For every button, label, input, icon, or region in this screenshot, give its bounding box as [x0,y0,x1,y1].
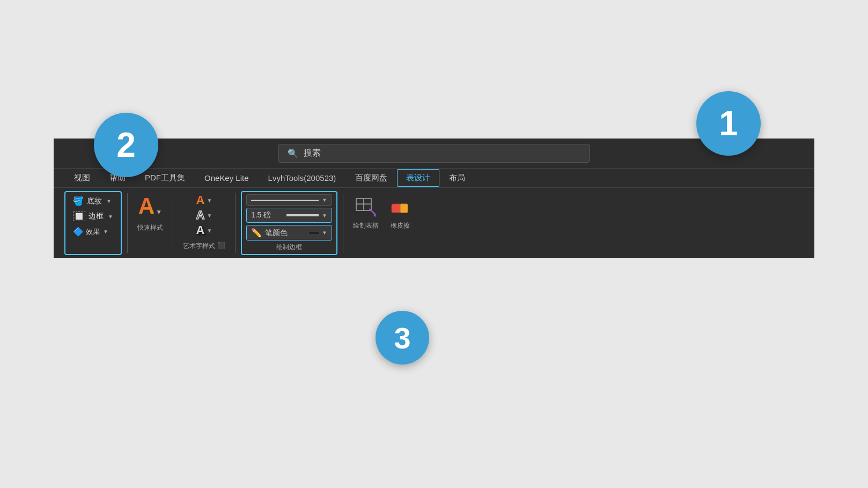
draw-table-label: 绘制表格 [353,221,379,230]
search-bar[interactable]: 🔍 搜索 [278,144,590,163]
quick-style-icon-area: A ▼ [138,193,162,219]
draw-table-button[interactable]: 绘制表格 [353,193,379,230]
shading-label: 底纹 [87,196,102,206]
line-style-dropdown: ▼ [322,197,327,203]
art-a-fill-icon: A [196,193,205,207]
art-a-shadow-icon: A [196,223,205,237]
callout-1: 1 [696,91,761,156]
shading-border-group: 🪣 底纹 ▼ ⬜ 边框 ▼ 🔷 效果 ▼ [64,191,122,255]
shading-dropdown-arrow: ▼ [106,198,112,204]
art-text-group: A ▼ A ▼ A ▼ 艺术字样式 ⬛ [179,191,230,255]
svg-rect-7 [400,204,408,213]
border-label: 边框 [89,212,104,221]
art-a-outline-icon: A [196,208,205,222]
tab-baidu[interactable]: 百度网盘 [345,169,397,187]
eraser-button[interactable]: 橡皮擦 [387,193,413,230]
separator-2 [173,193,173,253]
pen-color-dropdown: ▼ [322,230,327,236]
separator-4 [343,193,343,253]
expand-art-text-icon[interactable]: ⬛ [217,242,225,249]
art-outline-dropdown[interactable]: ▼ [207,213,212,218]
tab-table-design[interactable]: 表设计 [397,169,439,187]
quick-style-button[interactable]: A ▼ 快速样式 [137,193,163,232]
art-text-label: 艺术字样式 [183,242,215,251]
shading-icon: 🪣 [73,196,84,206]
border-icon: ⬜ [73,212,85,221]
ribbon: 🔍 搜索 视图 帮助 PDF工具集 OneKey Lite LvyhTools(… [54,139,814,258]
pen-icon: ✏️ [251,228,262,238]
eraser-label: 橡皮擦 [391,221,410,230]
callout-2: 2 [94,113,158,177]
line-style-preview [251,200,319,201]
search-bar-row: 🔍 搜索 [54,139,814,168]
separator-3 [235,193,236,253]
tab-row: 视图 帮助 PDF工具集 OneKey Lite LvyhTools(20052… [54,168,814,187]
line-weight-preview [286,214,319,216]
border-dropdown-arrow: ▼ [108,214,113,220]
art-shadow-dropdown[interactable]: ▼ [207,228,212,234]
line-style-select[interactable]: ▼ [246,194,332,206]
line-weight-text: 1.5 磅 [251,210,283,220]
art-text-row-2: A ▼ [196,208,212,222]
line-weight-select[interactable]: 1.5 磅 ▼ [246,208,332,223]
line-weight-dropdown: ▼ [322,213,327,218]
quick-style-group: A ▼ 快速样式 [133,191,167,255]
eraser-icon [387,193,413,219]
art-text-row-1: A ▼ [196,193,212,207]
art-text-row-3: A ▼ [196,223,212,237]
effect-dropdown-arrow: ▼ [103,229,108,235]
art-text-label-row: 艺术字样式 ⬛ [183,239,225,251]
search-input[interactable]: 搜索 [304,148,580,159]
draw-border-label: 绘制边框 [276,243,302,252]
art-fill-dropdown[interactable]: ▼ [207,198,212,203]
tab-onekey[interactable]: OneKey Lite [195,169,259,187]
tab-view[interactable]: 视图 [64,169,100,187]
effect-label: 效果 [86,227,100,237]
effect-button[interactable]: 🔷 效果 ▼ [70,225,116,238]
search-icon: 🔍 [288,148,298,158]
draw-table-icon [353,193,379,219]
pen-color-text: 笔颜色 [265,228,306,238]
quick-style-label: 快速样式 [137,223,163,232]
border-button[interactable]: ⬜ 边框 ▼ [70,210,116,223]
effect-icon: 🔷 [73,227,84,237]
draw-border-group: ▼ 1.5 磅 ▼ ✏️ 笔颜色 ▼ 绘制边框 [241,191,337,255]
quick-style-dropdown: ▼ [156,208,162,216]
callout-3: 3 [376,311,429,365]
quick-style-a-icon: A [138,193,155,219]
table-tools-row: 绘制表格 橡皮擦 [353,193,413,230]
shading-button[interactable]: 🪣 底纹 ▼ [70,194,116,208]
pen-color-row[interactable]: ✏️ 笔颜色 ▼ [246,225,332,241]
tab-lvyh[interactable]: LvyhTools(200523) [259,169,346,187]
table-tools-group: 绘制表格 橡皮擦 [349,191,417,255]
toolbar-row: 🪣 底纹 ▼ ⬜ 边框 ▼ 🔷 效果 ▼ A ▼ [54,187,814,258]
pen-color-swatch [309,232,319,234]
separator-1 [127,193,128,253]
tab-layout[interactable]: 布局 [439,169,475,187]
